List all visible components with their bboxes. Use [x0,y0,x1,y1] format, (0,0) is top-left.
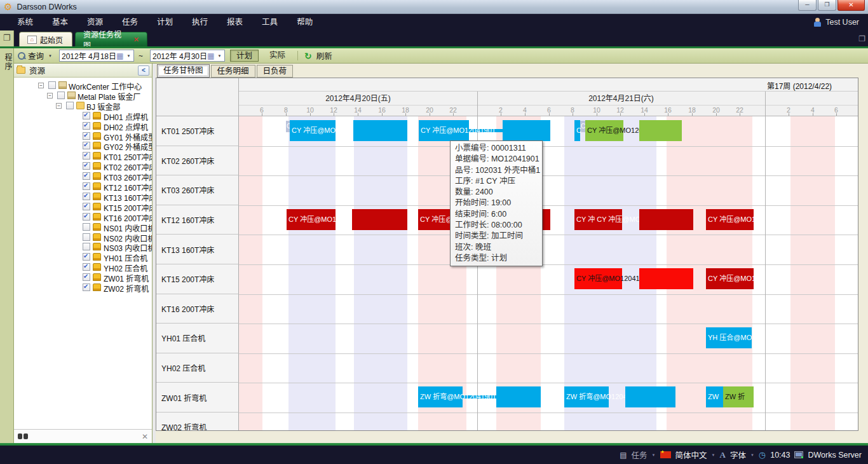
gantt-task-bar[interactable]: ZW 折 [723,386,754,407]
tab-resource-task-view[interactable]: 资源任务视图 ✕ [75,32,147,46]
tree-item[interactable]: −BJ 钣金部 [14,100,152,111]
gantt-task-bar[interactable]: ZW 折弯@MO12041901 [564,386,609,407]
tab-home-page[interactable]: ⌂ 起始页 [19,32,72,46]
clear-find-icon[interactable]: ✕ [142,432,148,441]
tree-checkbox[interactable]: ✔ [83,182,90,190]
menu-item-8[interactable]: 帮助 [287,14,322,31]
menu-item-4[interactable]: 计划 [147,14,182,31]
tree-item[interactable]: ✔DH02 点焊机 [14,121,152,131]
gantt-task-bar[interactable] [353,120,407,141]
close-button[interactable]: ✕ [837,0,865,11]
gantt-task-bar[interactable]: CY 冲 CY 冲压@MO12041904 [574,209,622,230]
tab-close-icon[interactable]: ✕ [133,36,139,44]
gantt-task-bar[interactable] [639,120,682,141]
tree-checkbox[interactable]: ✔ [83,213,90,221]
collapse-panel-button[interactable]: < [138,65,149,76]
date-to-caret[interactable]: ▼ [217,54,221,58]
tree-expander-icon[interactable]: − [56,103,62,109]
search-button[interactable]: 查询 [28,50,44,62]
tree-item[interactable]: ✔KT15 200T冲床 [14,201,152,212]
gantt-task-bar[interactable]: CY 冲压@MO12041902 [585,120,623,141]
tree-checkbox[interactable]: ✔ [83,122,90,130]
gantt-task-bar[interactable]: ZW [706,386,723,407]
refresh-button[interactable]: 刷新 [316,50,332,62]
tree-checkbox[interactable]: ✔ [83,193,90,200]
tree-item[interactable]: −WorkCenter 工作中心 [14,80,152,90]
gantt-task-bar[interactable] [639,209,693,230]
view-tab-1[interactable]: 任务明细 [211,65,255,78]
pages-icon[interactable]: ❐ [0,31,14,46]
tree-checkbox[interactable] [83,233,90,241]
tree-item[interactable]: ✔GY01 外桶成型机 [14,131,152,141]
view-tab-2[interactable]: 日负荷 [257,65,294,78]
gantt-task-bar[interactable] [639,268,693,289]
tree-item[interactable]: ✔KT03 260T冲床 [14,171,152,181]
menu-item-6[interactable]: 报表 [217,14,252,31]
tree-item[interactable]: ✔ZW01 折弯机 [14,272,152,282]
tree-checkbox[interactable] [48,81,56,89]
status-font[interactable]: 字体 [730,449,746,461]
date-from-field[interactable]: 2012年 4月18日 ▦ ▼ [59,50,134,62]
tree-expander-icon[interactable]: − [38,83,44,88]
tree-item[interactable]: ✔KT16 200T冲床 [14,212,152,222]
date-from-caret[interactable]: ▼ [126,54,130,58]
tree-item[interactable]: ✔KT13 160T冲床 [14,191,152,201]
date-to-field[interactable]: 2012年 4月30日 ▦ ▼ [150,50,225,62]
tree-checkbox[interactable]: ✔ [83,162,90,170]
menu-item-5[interactable]: 执行 [182,14,217,31]
tree-checkbox[interactable] [83,243,90,250]
menu-item-7[interactable]: 工具 [252,14,287,31]
tree-item[interactable]: ✔ZW02 折弯机 [14,282,152,292]
gantt-task-bar[interactable]: CY 冲压@MO12041901 [290,120,336,141]
gantt-task-bar[interactable]: CY 冲压@MO12041901 [419,120,469,141]
gantt-task-bar[interactable]: ZW 折弯@MO12041901 [418,386,463,407]
gantt-task-bar[interactable] [496,386,541,407]
tree-checkbox[interactable]: ✔ [83,203,90,210]
menu-item-0[interactable]: 系统 [8,14,43,31]
gantt-task-bar[interactable] [625,386,675,407]
tree-item[interactable]: ✔KT01 250T冲床 [14,151,152,161]
tree-item[interactable]: ✔KT12 160T冲床 [14,181,152,191]
tree-checkbox[interactable]: ✔ [83,132,90,140]
plan-button[interactable]: 计划 [230,50,259,62]
tree-checkbox[interactable]: ✔ [83,112,90,119]
tree-checkbox[interactable]: ✔ [83,283,90,291]
tree-checkbox[interactable]: ✔ [83,273,90,281]
gantt-task-bar[interactable]: CY 冲压@MO12041903 [574,268,622,289]
tree-item[interactable]: ✔DH01 点焊机 [14,111,152,121]
tree-item[interactable]: NS02 内收口机 [14,232,152,242]
gantt-task-bar[interactable] [352,209,407,230]
tree-checkbox[interactable]: ✔ [83,142,90,149]
gantt-task-bar[interactable]: YH 压合@MO1 [706,327,752,348]
tree-checkbox[interactable] [66,102,74,109]
tree-item[interactable]: ✔YH01 压合机 [14,252,152,262]
gantt-task-bar[interactable]: CY 冲压@MO1 [706,209,754,230]
tree-checkbox[interactable] [83,223,90,231]
window-list-icon[interactable]: ❐ [858,34,865,43]
tree-checkbox[interactable]: ✔ [83,253,90,261]
tree-item[interactable]: NS01 内收口机 [14,222,152,232]
status-task[interactable]: 任务 [632,449,648,461]
gantt-task-bar[interactable]: CY 冲压@MO1 [706,268,754,289]
tree-item[interactable]: −Metal Plate 钣金厂 [14,90,152,100]
menu-item-1[interactable]: 基本 [43,14,78,31]
find-icon[interactable] [18,433,28,439]
tree-item[interactable]: ✔KT02 260T冲床 [14,161,152,171]
view-tab-0[interactable]: 任务甘特图 [157,64,210,78]
tree-checkbox[interactable]: ✔ [83,263,90,271]
gantt-task-bar[interactable] [503,120,550,141]
minimize-button[interactable]: ─ [798,0,817,11]
tree-item[interactable]: NS03 内收口机 [14,242,152,252]
task-dropdown-caret[interactable]: ▼ [652,453,656,457]
tree-expander-icon[interactable]: − [47,93,53,99]
search-dropdown-caret[interactable]: ▼ [48,54,52,58]
actual-button[interactable]: 实际 [264,50,291,62]
tree-item[interactable]: ✔GY02 外桶成型机 [14,140,152,151]
tree-checkbox[interactable]: ✔ [83,152,90,160]
status-language[interactable]: 简体中文 [675,449,707,461]
language-dropdown-caret[interactable]: ▼ [712,453,715,457]
tree-checkbox[interactable]: ✔ [83,172,90,180]
tree-item[interactable]: ✔YH02 压合机 [14,262,152,272]
gantt-task-bar[interactable]: C [574,120,580,141]
gantt-task-bar[interactable]: CY 冲压@MO12041904 [287,209,336,230]
